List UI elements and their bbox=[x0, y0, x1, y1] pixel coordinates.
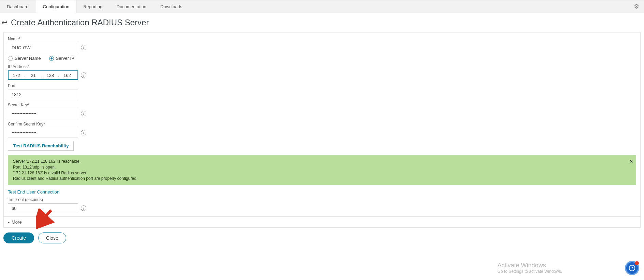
close-icon[interactable]: × bbox=[629, 157, 633, 166]
tab-configuration[interactable]: Configuration bbox=[36, 0, 76, 13]
info-icon[interactable]: i bbox=[81, 45, 86, 50]
alert-line: Radius client and Radius authentication … bbox=[13, 176, 631, 182]
port-input[interactable] bbox=[8, 90, 78, 99]
alert-line: Port '1812/udp' is open. bbox=[13, 164, 631, 170]
info-icon[interactable]: i bbox=[81, 72, 86, 78]
radio-server-ip-label: Server IP bbox=[56, 56, 74, 61]
page-titlebar: ↩ Create Authentication RADIUS Server bbox=[0, 13, 644, 32]
name-input[interactable] bbox=[8, 43, 78, 52]
chevron-right-icon: ▸ bbox=[8, 220, 10, 224]
tab-dashboard[interactable]: Dashboard bbox=[0, 0, 36, 13]
test-enduser-link[interactable]: Test End User Connection bbox=[8, 189, 59, 195]
secret-label: Secret Key* bbox=[8, 103, 636, 107]
more-toggle[interactable]: ▸ More bbox=[4, 216, 640, 227]
assist-fab[interactable] bbox=[625, 261, 639, 275]
radio-server-ip[interactable]: Server IP bbox=[49, 56, 74, 61]
success-alert: × Server '172.21.128.162' is reachable. … bbox=[8, 155, 636, 185]
windows-watermark: Activate Windows Go to Settings to activ… bbox=[498, 262, 562, 274]
info-icon[interactable]: i bbox=[81, 205, 86, 211]
name-label: Name* bbox=[8, 37, 636, 41]
create-button[interactable]: Create bbox=[3, 232, 34, 243]
confirm-secret-label: Confirm Secret Key* bbox=[8, 122, 636, 126]
more-label: More bbox=[12, 219, 22, 225]
tab-documentation[interactable]: Documentation bbox=[110, 0, 153, 13]
top-tabbar: Dashboard Configuration Reporting Docume… bbox=[0, 0, 644, 13]
confirm-secret-input[interactable] bbox=[8, 128, 78, 137]
alert-line: '172.21.128.162' is a valid Radius serve… bbox=[13, 170, 631, 176]
tab-downloads[interactable]: Downloads bbox=[154, 0, 189, 13]
tab-reporting[interactable]: Reporting bbox=[76, 0, 110, 13]
ip-octet-1[interactable] bbox=[11, 71, 22, 79]
navigate-icon bbox=[629, 265, 635, 271]
back-icon[interactable]: ↩ bbox=[1, 19, 8, 26]
radio-server-name-label: Server Name bbox=[15, 56, 41, 61]
ip-label: IP Address* bbox=[8, 64, 636, 69]
alert-line: Server '172.21.128.162' is reachable. bbox=[13, 159, 631, 164]
info-icon[interactable]: i bbox=[81, 111, 86, 116]
radio-server-name[interactable]: Server Name bbox=[8, 56, 41, 61]
ip-octet-2[interactable] bbox=[28, 71, 39, 79]
close-button[interactable]: Close bbox=[38, 232, 66, 243]
gear-icon[interactable]: ⚙ bbox=[634, 3, 639, 10]
ip-octet-3[interactable] bbox=[44, 71, 56, 79]
page-title: Create Authentication RADIUS Server bbox=[11, 18, 149, 27]
timeout-label: Time-out (seconds) bbox=[8, 197, 636, 202]
secret-input[interactable] bbox=[8, 109, 78, 118]
test-radius-button[interactable]: Test RADIUS Reachability bbox=[8, 141, 74, 151]
ip-input[interactable]: . . . bbox=[8, 70, 78, 80]
timeout-input[interactable] bbox=[8, 203, 78, 213]
info-icon[interactable]: i bbox=[81, 130, 86, 135]
ip-octet-4[interactable] bbox=[61, 71, 73, 79]
form-panel: Name* i Server Name Server IP IP Address… bbox=[3, 32, 641, 228]
port-label: Port bbox=[8, 83, 636, 88]
footer-actions: Create Close bbox=[3, 232, 641, 243]
